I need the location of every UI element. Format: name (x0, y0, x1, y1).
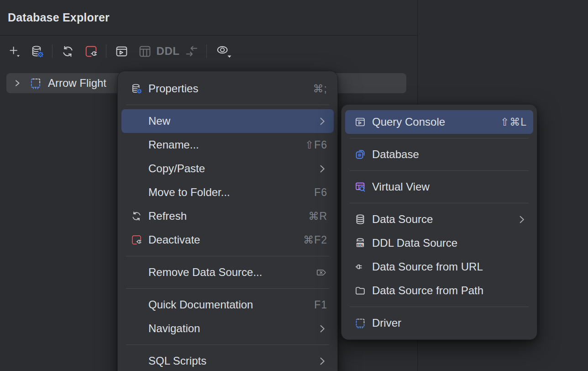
tool-window-header: Database Explorer (0, 0, 418, 36)
submenu-arrow-icon (519, 215, 525, 224)
plus-icon (7, 44, 21, 58)
database-icon (354, 148, 366, 160)
menu-item-icon-slot (131, 163, 142, 175)
menu-separator (350, 170, 529, 171)
menu-item-ddl-data-source[interactable]: DDLDDL Data Source (345, 231, 533, 255)
menu-item-new[interactable]: New (121, 109, 334, 133)
menu-item-label: Navigation (148, 322, 200, 335)
menu-item-label: Driver (372, 317, 401, 329)
submenu-arrow-icon (320, 117, 325, 126)
view-options-button[interactable] (214, 43, 234, 59)
menu-item-label: Data Source (372, 213, 433, 226)
menu-item-label: New (148, 115, 170, 127)
menu-item-icon-slot (131, 115, 142, 127)
refresh-button[interactable] (59, 43, 76, 59)
menu-item-icon-slot (131, 186, 142, 198)
menu-item-rename[interactable]: Rename...⇧F6 (121, 133, 334, 157)
deactivate-button[interactable] (83, 43, 99, 59)
database-settings-icon (30, 44, 44, 58)
menu-item-deactivate[interactable]: Deactivate⌘F2 (121, 228, 334, 252)
submenu-arrow-icon (320, 324, 325, 333)
toolbar: DDL (0, 37, 234, 66)
menu-item-label: Data Source from URL (372, 260, 483, 273)
toolbar-separator (206, 44, 207, 58)
generate-ddl-button: DDL (160, 43, 176, 59)
menu-separator (350, 203, 529, 203)
open-table-button (136, 43, 153, 59)
menu-shortcut: ⌘R (308, 210, 327, 223)
menu-item-navigation[interactable]: Navigation (121, 317, 334, 340)
data-source-properties-button[interactable] (29, 43, 45, 59)
add-data-source-button[interactable] (5, 43, 22, 59)
menu-item-icon-slot (131, 323, 142, 334)
new-submenu: Query Console⇧⌘LDatabaseVirtual ViewData… (341, 104, 537, 340)
plug-icon (354, 261, 366, 273)
menu-shortcut: F1 (314, 299, 327, 311)
toolbar-label-generate-ddl: DDL (157, 45, 180, 58)
menu-item-refresh[interactable]: Refresh⌘R (121, 204, 334, 228)
menu-shortcut: ⇧⌘L (500, 116, 527, 128)
menu-item-icon-slot (131, 266, 142, 278)
query-console-icon (354, 116, 366, 128)
menu-item-query-console[interactable]: Query Console⇧⌘L (345, 110, 533, 134)
menu-separator (126, 288, 329, 289)
menu-item-label: Move to Folder... (148, 186, 230, 199)
menu-separator (350, 307, 529, 307)
menu-item-data-source-from-url[interactable]: Data Source from URL (345, 255, 533, 279)
table-icon (138, 44, 152, 58)
compare-button (183, 43, 200, 59)
menu-item-label: Quick Documentation (148, 298, 253, 311)
menu-shortcut: ⌘; (313, 83, 327, 95)
menu-item-remove-data-source[interactable]: Remove Data Source... (121, 260, 334, 284)
refresh-icon (61, 44, 75, 58)
driver-icon (29, 77, 42, 90)
menu-item-copy-paste[interactable]: Copy/Paste (121, 157, 334, 180)
compare-arrows-icon (184, 44, 199, 58)
toolbar-separator (52, 44, 52, 58)
database-settings-icon (131, 83, 142, 95)
submenu-arrow-icon (320, 164, 325, 173)
menu-item-label: Data Source from Path (372, 284, 483, 297)
menu-item-label: Virtual View (372, 180, 430, 193)
menu-item-sql-scripts[interactable]: SQL Scripts (121, 349, 334, 371)
menu-item-icon-slot (131, 299, 142, 311)
deactivate-icon (131, 234, 142, 246)
folder-icon (354, 285, 366, 297)
menu-item-icon-slot (131, 139, 142, 151)
query-console-icon (115, 44, 129, 58)
toolbar-separator (106, 44, 106, 58)
menu-item-properties[interactable]: Properties⌘; (121, 77, 334, 101)
menu-item-label: Query Console (372, 116, 445, 128)
menu-item-driver[interactable]: Driver (345, 311, 533, 335)
menu-separator (126, 256, 329, 256)
menu-separator (126, 344, 329, 345)
menu-separator (350, 138, 529, 138)
delete-icon (315, 266, 327, 279)
svg-text:DDL: DDL (357, 243, 364, 247)
menu-item-label: SQL Scripts (148, 355, 206, 367)
menu-item-label: Deactivate (148, 233, 200, 246)
tool-window-title: Database Explorer (8, 11, 110, 24)
menu-item-label: Remove Data Source... (148, 266, 262, 279)
menu-shortcut: ⌘F2 (303, 234, 327, 246)
driver-icon (354, 317, 366, 329)
menu-item-database[interactable]: Database (345, 143, 533, 166)
menu-item-virtual-view[interactable]: Virtual View (345, 175, 533, 199)
menu-shortcut: ⇧F6 (305, 139, 327, 151)
expand-chevron-icon[interactable] (13, 79, 22, 88)
virtual-view-icon (354, 181, 366, 193)
menu-shortcut: F6 (314, 186, 327, 199)
menu-item-data-source-from-path[interactable]: Data Source from Path (345, 279, 533, 302)
eye-icon (215, 43, 233, 59)
menu-item-move-to-folder[interactable]: Move to Folder...F6 (121, 180, 334, 204)
ddl-data-source-icon: DDL (354, 237, 366, 249)
menu-item-icon-slot (131, 355, 142, 367)
refresh-icon (131, 210, 142, 222)
menu-item-label: Refresh (148, 210, 187, 223)
menu-item-quick-documentation[interactable]: Quick DocumentationF1 (121, 293, 334, 317)
menu-item-label: DDL Data Source (372, 237, 457, 249)
deactivate-icon (84, 44, 98, 58)
submenu-arrow-icon (320, 357, 325, 366)
jump-to-query-console-button[interactable] (113, 43, 130, 59)
menu-item-data-source[interactable]: Data Source (345, 207, 533, 231)
